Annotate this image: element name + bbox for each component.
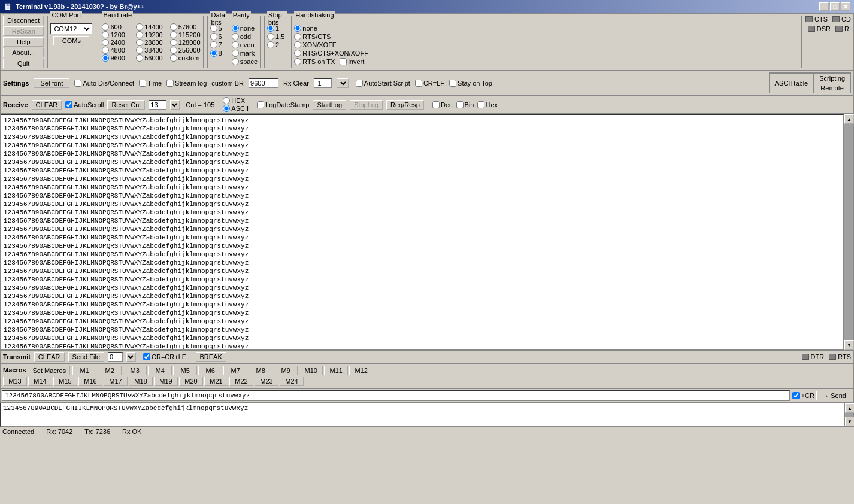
plus-cr-checkbox[interactable] [792,392,800,399]
title-bar-text: Terminal v1.93b - 20141030? - by Br@y++ [16,3,144,10]
second-terminal: 1234567890ABCDEFGHIJKLMNOPQRSTUVWXYZabcd… [0,403,844,427]
auto-start-script-checkbox[interactable] [356,80,363,87]
receive-clear-button[interactable]: CLEAR [32,100,62,110]
com-port-label: COM Port [50,11,82,19]
set-macros-button[interactable]: Set Macros [29,366,71,375]
main-input-field[interactable] [2,390,790,401]
coms-button[interactable]: COMs [53,36,89,45]
rx-clear-input[interactable] [314,78,332,88]
macro-button-m15[interactable]: M15 [53,377,77,386]
macro-button-m4[interactable]: M4 [148,366,172,375]
scripting-tab[interactable]: Scripting [814,73,850,83]
set-font-button[interactable]: Set font [34,78,69,88]
remote-tab[interactable]: Remote [814,83,850,93]
settings-label: Settings [3,80,29,87]
transmit-label: Transmit [3,353,31,360]
rescan-button[interactable]: ReScan [3,26,44,36]
dsr-led [808,26,815,32]
macro-button-m14[interactable]: M14 [28,377,52,386]
auto-scroll-checkbox[interactable] [65,101,72,108]
log-date-stamp-checkbox[interactable] [257,101,264,108]
stop-log-button[interactable]: StopLog [350,100,383,110]
macro-button-m3[interactable]: M3 [123,366,147,375]
minimize-button[interactable]: ─ [819,2,829,11]
dtr-led [802,354,809,360]
time-label: Time [147,80,162,87]
macro-button-m16[interactable]: M16 [78,377,102,386]
cr-cr-lf-checkbox[interactable] [143,353,150,360]
stream-log-checkbox[interactable] [166,80,174,87]
invert-checkbox[interactable] [340,58,347,65]
tx-count: Tx: 7236 [84,428,110,435]
macro-button-m13[interactable]: M13 [3,377,27,386]
maximize-button[interactable]: □ [830,2,840,11]
second-scroll-down[interactable]: ▼ [845,417,854,426]
macro-button-m23[interactable]: M23 [255,377,278,386]
ri-label: RI [844,25,851,32]
reset-cnt-button[interactable]: Reset Cnt [107,100,145,110]
time-checkbox[interactable] [139,80,146,87]
req-resp-button[interactable]: Req/Resp [386,100,424,110]
macro-button-m19[interactable]: M19 [154,377,178,386]
terminal-line: 1234567890ABCDEFGHIJKLMNOPQRSTUVwXYZabcd… [4,200,841,208]
macro-button-m20[interactable]: M20 [179,377,203,386]
cd-led [832,16,840,22]
second-scroll-up[interactable]: ▲ [845,403,854,413]
macro-button-m12[interactable]: M12 [349,366,373,375]
terminal-wrapper: 1234567890ABCDEFGHIJKLMNOPQRSTUVwXYZabcd… [0,114,854,350]
macro-button-m2[interactable]: M2 [98,366,122,375]
macro-button-m7[interactable]: M7 [223,366,247,375]
help-button[interactable]: Help [3,37,44,47]
cr-lf-label: CR=LF [423,80,444,87]
terminal-line: 1234567890ABCDEFGHIJKLMNOPQRSTUVwXYZabcd… [4,334,841,342]
quit-button[interactable]: Quit [3,59,44,68]
macro-button-m5[interactable]: M5 [173,366,197,375]
terminal-scrollbar[interactable]: ▲ ▼ [844,114,853,350]
macro-button-m11[interactable]: M11 [324,366,348,375]
terminal-line: 1234567890ABCDEFGHIJKLMNOPQRSTUVwXYZabcd… [4,217,841,225]
rx-clear-select[interactable]: ▼ [337,78,349,88]
macro-button-m21[interactable]: M21 [204,377,228,386]
cr-lf-checkbox[interactable] [415,80,422,87]
close-button[interactable]: ✕ [841,2,850,11]
auto-dis-connect-checkbox[interactable] [74,80,81,87]
dtr-label: DTR [811,353,825,360]
terminal-line: 1234567890ABCDEFGHIJKLMNOPQRSTUVwXYZabcd… [4,267,841,275]
terminal-line: 1234567890ABCDEFGHIJKLMNOPQRSTUVwXYZabcd… [4,300,841,309]
dec-label: Dec [441,101,453,108]
line-count-spinner[interactable] [170,100,180,110]
transmit-counter-spinner[interactable] [126,352,136,362]
macro-button-m8[interactable]: M8 [249,366,272,375]
transmit-clear-button[interactable]: CLEAR [34,352,65,362]
break-button[interactable]: BREAK [196,352,226,362]
send-button[interactable]: → Send [816,391,852,400]
second-terminal-scrollbar[interactable]: ▲ ▼ [844,403,854,427]
disconnect-button[interactable]: Disconnect [3,16,44,25]
stay-on-top-checkbox[interactable] [449,80,456,87]
hex2-checkbox[interactable] [477,101,484,108]
macro-button-m22[interactable]: M22 [229,377,253,386]
scroll-down-button[interactable]: ▼ [844,340,854,350]
macro-button-m24[interactable]: M24 [280,377,304,386]
macro-button-m17[interactable]: M17 [104,377,128,386]
send-file-button[interactable]: Send File [68,352,104,362]
com-port-group: COM Port COM12 COMs [47,16,95,68]
scroll-up-button[interactable]: ▲ [844,114,854,124]
custom-br-input[interactable] [249,78,278,88]
bin-checkbox[interactable] [456,101,464,108]
line-count-input[interactable] [149,100,166,110]
macro-button-m1[interactable]: M1 [72,366,96,375]
about-button[interactable]: About... [3,48,44,57]
terminal-area[interactable]: 1234567890ABCDEFGHIJKLMNOPQRSTUVwXYZabcd… [1,114,844,350]
macro-button-m6[interactable]: M6 [198,366,222,375]
com-port-select[interactable]: COM12 [50,23,92,34]
top-bar: Disconnect ReScan Help About... Quit COM… [0,13,854,71]
transmit-counter-input[interactable] [108,352,123,362]
start-log-button[interactable]: StartLog [313,100,346,110]
ascii-table-tab[interactable]: ASCII table [770,73,814,93]
macro-button-m10[interactable]: M10 [299,366,323,375]
dec-checkbox[interactable] [432,101,440,108]
macro-button-m9[interactable]: M9 [274,366,298,375]
second-terminal-wrapper: 1234567890ABCDEFGHIJKLMNOPQRSTUVWXYZabcd… [0,403,854,427]
macro-button-m18[interactable]: M18 [129,377,153,386]
